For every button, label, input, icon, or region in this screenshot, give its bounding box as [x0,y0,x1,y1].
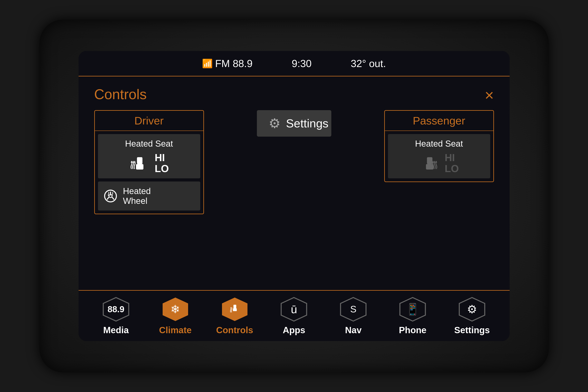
clock: 9:30 [292,58,312,70]
svg-rect-11 [426,164,433,170]
apps-icon-symbol: ū [291,302,297,316]
phone-icon-symbol: 📱 [406,302,420,316]
nav-item-apps[interactable]: ū Apps [268,296,319,335]
nav-bar: 88.9 Media ❄ Climate [78,290,510,341]
passenger-heated-seat-label: Heated Seat [393,139,486,148]
driver-card: Driver Heated Seat [94,110,204,214]
driver-lo[interactable]: LO [155,164,169,174]
climate-icon-symbol: ❄ [170,302,180,316]
phone-label: Phone [399,325,427,335]
screen: 📶 FM 88.9 9:30 32° out. Controls × Drive… [78,51,510,341]
nav-item-nav[interactable]: S Nav [328,296,379,335]
svg-rect-1 [136,164,143,170]
svg-rect-10 [427,157,432,164]
temperature-label: 32° out. [351,58,386,70]
svg-rect-18 [233,305,236,308]
middle-section: ⚙ Settings [216,110,373,140]
cards-row: Driver Heated Seat [94,110,494,214]
settings-icon-symbol: ⚙ [467,302,477,316]
nav-item-climate[interactable]: ❄ Climate [150,296,201,335]
close-button[interactable]: × [485,86,494,104]
climate-label: Climate [159,325,192,335]
nav-item-settings[interactable]: ⚙ Settings [447,296,498,335]
settings-icon-hex: ⚙ [458,296,486,322]
driver-hi-lo: HI LO [155,152,169,174]
driver-seat-icon [129,153,149,173]
svg-line-8 [107,197,109,200]
svg-rect-19 [233,308,237,311]
passenger-seat-icon [419,153,439,173]
apps-label: Apps [283,325,305,335]
media-label: Media [103,325,129,335]
controls-label: Controls [216,325,253,335]
driver-hi[interactable]: HI [155,152,169,163]
passenger-heated-seat-panel: Heated Seat [388,134,490,178]
controls-seat-icon [228,303,242,316]
settings-nav-label: Settings [454,325,490,335]
settings-button[interactable]: ⚙ Settings [257,110,331,136]
heated-wheel-label: HeatedWheel [123,186,151,206]
nav-item-controls[interactable]: Controls [209,296,260,335]
nav-label: Nav [345,325,362,335]
media-icon-symbol: 88.9 [107,304,124,314]
nav-item-phone[interactable]: 📱 Phone [387,296,438,335]
svg-rect-0 [137,157,142,164]
settings-gear-icon: ⚙ [269,116,281,131]
time-label: 9:30 [292,58,312,70]
passenger-card: Passenger Heated Seat [384,110,494,182]
passenger-hi-lo: HI LO [445,152,459,174]
phone-icon-hex: 📱 [399,296,426,322]
heated-wheel-panel: HeatedWheel [98,182,200,210]
nav-icon-symbol: S [350,304,356,314]
bezel-outer: 📶 FM 88.9 9:30 32° out. Controls × Drive… [39,20,549,372]
radio-status: 📶 FM 88.9 [202,58,253,70]
status-bar: 📶 FM 88.9 9:30 32° out. [78,51,510,76]
radio-label: FM 88.9 [215,58,253,70]
nav-item-media[interactable]: 88.9 Media [90,296,141,335]
climate-icon-hex: ❄ [162,296,189,322]
main-content: Controls × Driver Heated Seat [78,76,510,290]
passenger-hi[interactable]: HI [445,152,459,163]
antenna-icon: 📶 [202,58,213,68]
media-icon-hex: 88.9 [102,296,130,322]
apps-icon-hex: ū [280,296,308,322]
passenger-title: Passenger [385,111,493,131]
controls-icon-hex [221,296,248,322]
driver-seat-controls: HI LO [103,152,196,174]
driver-heated-seat-label: Heated Seat [103,139,196,148]
svg-line-9 [112,197,114,200]
temperature-status: 32° out. [351,58,386,70]
heated-wheel-icon [103,188,118,204]
bezel-inner: 📶 FM 88.9 9:30 32° out. Controls × Drive… [78,51,510,341]
passenger-seat-controls: HI LO [393,152,486,174]
passenger-lo[interactable]: LO [445,164,459,174]
nav-icon-hex: S [340,296,367,322]
settings-label: Settings [286,116,329,130]
driver-title: Driver [95,111,203,131]
driver-heated-seat-panel: Heated Seat [98,134,200,178]
controls-title: Controls [94,86,494,102]
